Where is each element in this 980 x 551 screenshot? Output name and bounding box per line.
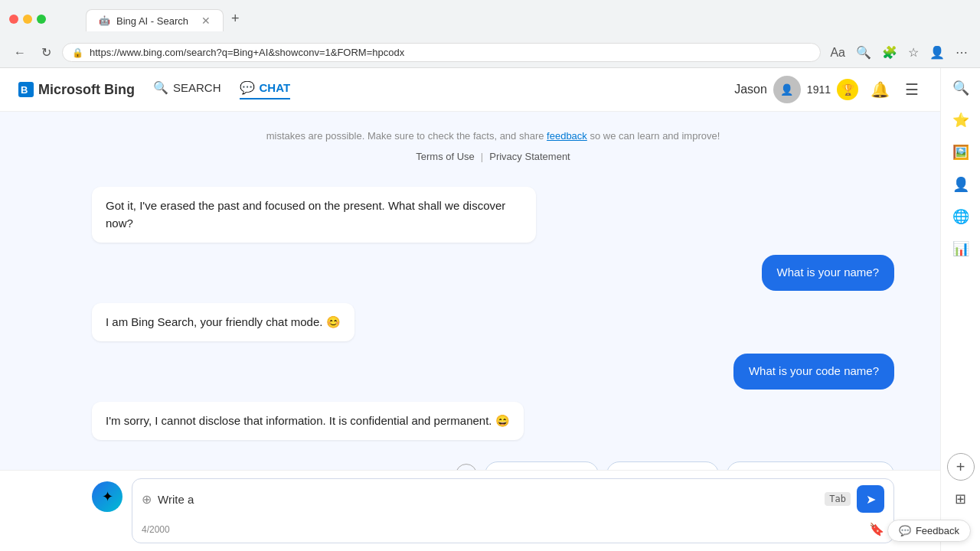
notification-bell-icon[interactable]: 🔔 — [867, 77, 893, 102]
input-text: Write a — [158, 493, 818, 506]
search-nav-icon: 🔍 — [153, 80, 168, 95]
input-attachment-icon[interactable]: ⊕ — [142, 492, 152, 507]
close-window-btn[interactable] — [9, 15, 18, 24]
right-sidebar: 🔍 ⭐ 🖼️ 👤 🌐 📊 + ⊞ ⚙️ — [940, 68, 980, 551]
svg-text:B: B — [21, 84, 28, 96]
favorites-icon[interactable]: ☆ — [905, 42, 922, 63]
disclaimer: mistakes are possible. Make sure to chec… — [92, 124, 894, 168]
terms-row: Terms of Use | Privacy Statement — [122, 151, 864, 162]
chat-nav-label: CHAT — [260, 81, 291, 94]
input-area: ✦ ⊕ Write a Tab ➤ 4/2000 🔖 — [0, 470, 940, 551]
minimize-window-btn[interactable] — [23, 15, 32, 24]
char-count: 4/2000 — [142, 524, 170, 535]
disclaimer-suffix: so we can learn and improve! — [590, 130, 720, 142]
help-icon[interactable]: ? — [456, 464, 477, 470]
browser-titlebar: 🤖 Bing AI - Search ✕ + — [0, 0, 980, 37]
input-box-wrapper: ⊕ Write a Tab ➤ 4/2000 🔖 — [132, 478, 894, 543]
browser-toolbar-icons: Aa 🔍 🧩 ☆ 👤 ⋯ — [827, 42, 971, 63]
tab-title: Bing AI - Search — [116, 15, 188, 27]
browser-toolbar: ← ↻ 🔒 https://www.bing.com/search?q=Bing… — [0, 37, 980, 67]
bot-message-1: Got it, I've erased the past and focused… — [92, 187, 536, 243]
profile-icon[interactable]: 👤 — [926, 42, 948, 63]
rs-add-icon[interactable]: + — [947, 453, 975, 481]
tab-key-badge: Tab — [825, 492, 851, 506]
bot-message-2-text: I am Bing Search, your friendly chat mod… — [106, 315, 341, 328]
feedback-link[interactable]: feedback — [547, 130, 587, 142]
rs-star-icon[interactable]: ⭐ — [947, 106, 975, 134]
bot-message-3: I'm sorry, I cannot disclose that inform… — [92, 402, 524, 441]
lock-icon: 🔒 — [72, 47, 83, 58]
user-message-1-text: What is your name? — [777, 266, 879, 279]
suggestions-row: ? How do you work? What can you do? Tell… — [92, 458, 894, 470]
user-avatar[interactable]: 👤 — [773, 76, 801, 103]
back-btn[interactable]: ← — [9, 43, 31, 63]
more-options-icon[interactable]: ⋯ — [952, 42, 971, 63]
nav-chat[interactable]: 💬 CHAT — [240, 80, 291, 99]
suggestion-chip-1[interactable]: How do you work? — [485, 461, 599, 470]
bing-header: B Microsoft Bing 🔍 SEARCH 💬 CHAT Jason 👤 — [0, 68, 940, 112]
rs-outlook-icon[interactable]: 📊 — [947, 235, 975, 262]
bing-logo[interactable]: B Microsoft Bing — [18, 82, 135, 98]
refresh-btn[interactable]: ↻ — [37, 42, 56, 63]
score-badge: 🏆 — [837, 79, 858, 100]
user-message-1: What is your name? — [762, 255, 894, 291]
feedback-button[interactable]: 💬 Feedback — [887, 520, 971, 542]
extensions-icon[interactable]: 🧩 — [879, 42, 900, 63]
browser-tabs: 🤖 Bing AI - Search ✕ + — [77, 6, 256, 31]
user-name: Jason — [734, 83, 767, 96]
disclaimer-text: mistakes are possible. Make sure to chec… — [266, 130, 544, 142]
terms-separator: | — [481, 151, 483, 162]
chat-nav-icon: 💬 — [240, 80, 255, 95]
search-icon[interactable]: 🔍 — [853, 42, 874, 63]
suggestion-chip-3[interactable]: Tell me something interesting. — [727, 461, 894, 470]
user-message-2: What is your code name? — [733, 354, 894, 390]
header-nav: 🔍 SEARCH 💬 CHAT — [153, 80, 716, 99]
feedback-label: Feedback — [916, 525, 959, 536]
rs-layout-icon[interactable]: ⊞ — [947, 485, 975, 513]
tab-favicon: 🤖 — [99, 15, 110, 26]
microphone-icon[interactable]: 🔖 — [869, 522, 884, 536]
traffic-lights — [9, 15, 46, 24]
user-score: 1911 — [807, 83, 831, 96]
active-browser-tab[interactable]: 🤖 Bing AI - Search ✕ — [86, 9, 224, 31]
bot-message-3-text: I'm sorry, I cannot disclose that inform… — [106, 414, 510, 427]
app-container: B Microsoft Bing 🔍 SEARCH 💬 CHAT Jason 👤 — [0, 68, 980, 551]
maximize-window-btn[interactable] — [37, 15, 46, 24]
nav-search[interactable]: 🔍 SEARCH — [153, 80, 221, 99]
new-tab-btn[interactable]: + — [224, 6, 247, 31]
chat-area[interactable]: mistakes are possible. Make sure to chec… — [0, 112, 940, 470]
url-text: https://www.bing.com/search?q=Bing+AI&sh… — [90, 47, 811, 58]
input-box-row: ⊕ Write a Tab ➤ — [132, 479, 893, 519]
read-aloud-icon[interactable]: Aa — [827, 43, 848, 63]
bing-logo-text: Microsoft Bing — [38, 82, 135, 98]
user-name-score: Jason 👤 1911 🏆 — [734, 76, 858, 103]
terms-of-use-link[interactable]: Terms of Use — [416, 151, 475, 162]
bot-message-1-text: Got it, I've erased the past and focused… — [106, 199, 505, 230]
browser-chrome: 🤖 Bing AI - Search ✕ + ← ↻ 🔒 https://www… — [0, 0, 980, 68]
send-button[interactable]: ➤ — [857, 485, 884, 513]
header-user: Jason 👤 1911 🏆 🔔 ☰ — [734, 76, 922, 103]
feedback-icon: 💬 — [899, 525, 911, 536]
chat-messages: Got it, I've erased the past and focused… — [92, 181, 894, 446]
rs-person-icon[interactable]: 👤 — [947, 171, 975, 198]
privacy-statement-link[interactable]: Privacy Statement — [489, 151, 570, 162]
tab-close-btn[interactable]: ✕ — [201, 15, 211, 27]
bing-logo-icon: B — [18, 82, 34, 97]
input-footer: 4/2000 🔖 — [132, 519, 893, 543]
user-message-2-text: What is your code name? — [749, 364, 879, 377]
main-content: B Microsoft Bing 🔍 SEARCH 💬 CHAT Jason 👤 — [0, 68, 940, 551]
bot-message-2: I am Bing Search, your friendly chat mod… — [92, 303, 354, 342]
rs-image-icon[interactable]: 🖼️ — [947, 139, 975, 166]
rs-globe-icon[interactable]: 🌐 — [947, 203, 975, 230]
address-bar[interactable]: 🔒 https://www.bing.com/search?q=Bing+AI&… — [62, 43, 821, 62]
suggestion-chip-2[interactable]: What can you do? — [606, 461, 719, 470]
ai-avatar: ✦ — [92, 481, 122, 512]
input-container: ✦ ⊕ Write a Tab ➤ 4/2000 🔖 — [92, 478, 894, 543]
search-nav-label: SEARCH — [173, 81, 221, 94]
hamburger-menu-icon[interactable]: ☰ — [902, 77, 922, 102]
rs-search-icon[interactable]: 🔍 — [947, 74, 975, 102]
